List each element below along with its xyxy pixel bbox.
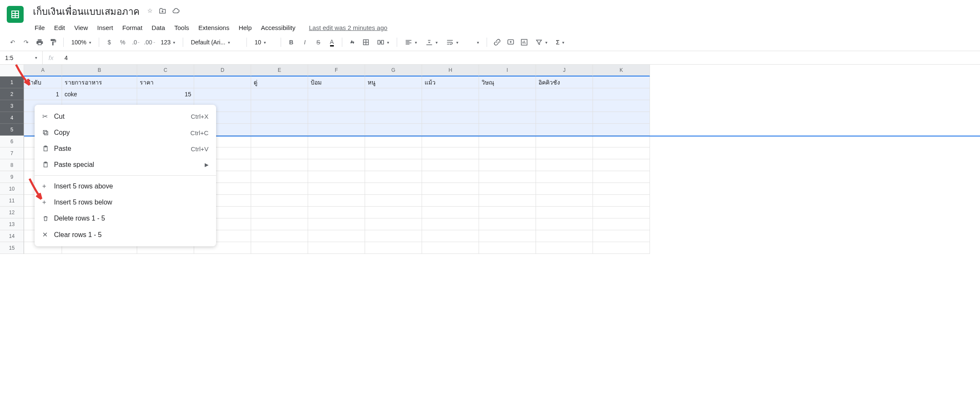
- cell-F15[interactable]: [308, 242, 365, 254]
- cell-J3[interactable]: [536, 100, 593, 112]
- cell-H6[interactable]: [422, 136, 479, 147]
- halign-button[interactable]: ▾: [401, 37, 420, 48]
- cell-J8[interactable]: [536, 159, 593, 171]
- cell-C2[interactable]: 15: [137, 88, 194, 100]
- redo-button[interactable]: ↷: [20, 36, 32, 48]
- cell-I1[interactable]: วิษณุ: [479, 76, 536, 88]
- row-header-15[interactable]: 15: [0, 242, 24, 254]
- cell-E11[interactable]: [251, 195, 308, 207]
- cell-I9[interactable]: [479, 171, 536, 183]
- cell-J1[interactable]: อิคคิวชัง: [536, 76, 593, 88]
- cell-E8[interactable]: [251, 159, 308, 171]
- cell-H4[interactable]: [422, 112, 479, 124]
- menu-help[interactable]: Help: [234, 22, 256, 34]
- rotate-button[interactable]: ▾: [463, 37, 482, 48]
- col-header-G[interactable]: G: [365, 65, 422, 76]
- cell-K7[interactable]: [593, 147, 650, 159]
- cell-J10[interactable]: [536, 183, 593, 195]
- cell-I12[interactable]: [479, 207, 536, 218]
- sheets-logo[interactable]: [7, 6, 24, 23]
- cell-G8[interactable]: [365, 159, 422, 171]
- col-header-J[interactable]: J: [536, 65, 593, 76]
- cell-I5[interactable]: [479, 124, 536, 136]
- menu-extensions[interactable]: Extensions: [194, 22, 233, 34]
- cell-K15[interactable]: [593, 242, 650, 254]
- cell-K4[interactable]: [593, 112, 650, 124]
- row-header-7[interactable]: 7: [0, 147, 24, 159]
- cell-F14[interactable]: [308, 230, 365, 242]
- ctx-clear-rows[interactable]: ✕ Clear rows 1 - 5: [35, 226, 216, 243]
- italic-button[interactable]: I: [299, 36, 311, 48]
- last-edit-link[interactable]: Last edit was 2 minutes ago: [309, 24, 387, 31]
- cell-F5[interactable]: [308, 124, 365, 136]
- menu-tools[interactable]: Tools: [170, 22, 193, 34]
- cell-H7[interactable]: [422, 147, 479, 159]
- link-button[interactable]: [491, 36, 503, 48]
- cell-C1[interactable]: ราคา: [137, 76, 194, 88]
- comment-button[interactable]: [505, 36, 517, 48]
- cell-E7[interactable]: [251, 147, 308, 159]
- cell-G5[interactable]: [365, 124, 422, 136]
- functions-button[interactable]: Σ▾: [552, 37, 568, 47]
- cell-J13[interactable]: [536, 218, 593, 230]
- doc-title[interactable]: เก็บเงินเพื่อนแบบเสมอภาค: [30, 3, 142, 20]
- cell-F8[interactable]: [308, 159, 365, 171]
- cell-I10[interactable]: [479, 183, 536, 195]
- ctx-copy[interactable]: Copy Ctrl+C: [35, 125, 216, 141]
- col-header-A[interactable]: A: [24, 65, 62, 76]
- cell-F6[interactable]: [308, 136, 365, 147]
- undo-button[interactable]: ↶: [7, 36, 19, 48]
- cell-G3[interactable]: [365, 100, 422, 112]
- cell-H15[interactable]: [422, 242, 479, 254]
- menu-insert[interactable]: Insert: [93, 22, 117, 34]
- cell-J11[interactable]: [536, 195, 593, 207]
- merge-cells-button[interactable]: ▾: [374, 37, 393, 48]
- col-header-B[interactable]: B: [62, 65, 137, 76]
- cell-K3[interactable]: [593, 100, 650, 112]
- cell-K8[interactable]: [593, 159, 650, 171]
- row-header-12[interactable]: 12: [0, 207, 24, 218]
- cell-A1[interactable]: ลำดับ: [24, 76, 62, 88]
- cell-I3[interactable]: [479, 100, 536, 112]
- row-header-3[interactable]: 3: [0, 100, 24, 112]
- cell-G6[interactable]: [365, 136, 422, 147]
- col-header-E[interactable]: E: [251, 65, 308, 76]
- col-header-H[interactable]: H: [422, 65, 479, 76]
- cell-A2[interactable]: 1: [24, 88, 62, 100]
- col-header-K[interactable]: K: [593, 65, 650, 76]
- row-header-4[interactable]: 4: [0, 112, 24, 124]
- cell-E6[interactable]: [251, 136, 308, 147]
- filter-button[interactable]: ▾: [532, 37, 551, 48]
- cell-G12[interactable]: [365, 207, 422, 218]
- row-header-14[interactable]: 14: [0, 230, 24, 242]
- text-color-button[interactable]: A: [326, 36, 338, 48]
- cell-G14[interactable]: [365, 230, 422, 242]
- valign-button[interactable]: ▾: [422, 37, 441, 48]
- cloud-icon[interactable]: [172, 7, 180, 16]
- cell-H1[interactable]: แม้ว: [422, 76, 479, 88]
- row-header-13[interactable]: 13: [0, 218, 24, 230]
- ctx-paste-special[interactable]: Paste special ▶: [35, 157, 216, 173]
- cell-J2[interactable]: [536, 88, 593, 100]
- row-header-2[interactable]: 2: [0, 88, 24, 100]
- cell-G11[interactable]: [365, 195, 422, 207]
- row-header-5[interactable]: 5: [0, 124, 24, 136]
- cell-I4[interactable]: [479, 112, 536, 124]
- cell-J7[interactable]: [536, 147, 593, 159]
- decrease-decimal-button[interactable]: .0←: [130, 36, 142, 48]
- cell-H14[interactable]: [422, 230, 479, 242]
- number-format-select[interactable]: 123▾: [157, 37, 179, 47]
- chart-button[interactable]: [518, 36, 530, 48]
- cell-E14[interactable]: [251, 230, 308, 242]
- borders-button[interactable]: [360, 36, 372, 48]
- cell-K13[interactable]: [593, 218, 650, 230]
- cell-G13[interactable]: [365, 218, 422, 230]
- cell-K6[interactable]: [593, 136, 650, 147]
- cell-J15[interactable]: [536, 242, 593, 254]
- cell-G4[interactable]: [365, 112, 422, 124]
- cell-H10[interactable]: [422, 183, 479, 195]
- zoom-select[interactable]: 100%▾: [68, 37, 95, 47]
- menu-format[interactable]: Format: [118, 22, 147, 34]
- cell-E3[interactable]: [251, 100, 308, 112]
- row-header-6[interactable]: 6: [0, 136, 24, 147]
